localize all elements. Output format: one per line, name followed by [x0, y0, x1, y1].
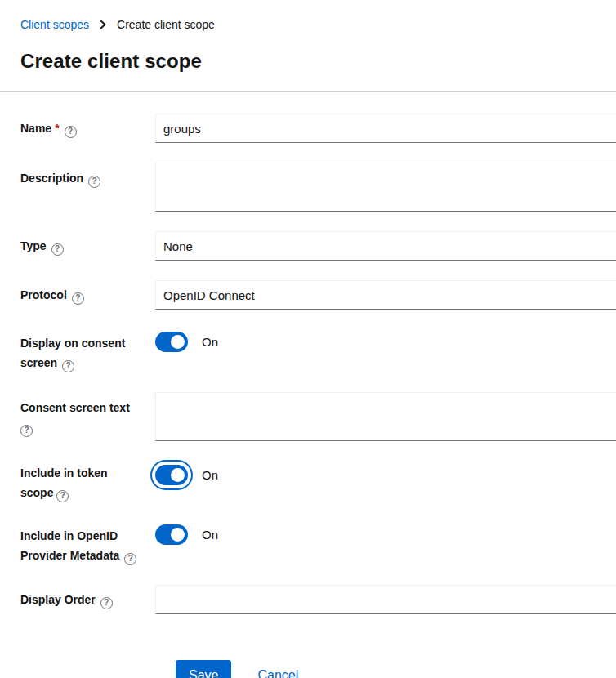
- toggle-knob: [171, 528, 185, 542]
- display-order-label-cell: Display Order?: [20, 590, 155, 609]
- protocol-label-cell: Protocol?: [20, 285, 155, 305]
- include-oidc-metadata-state: On: [202, 524, 218, 545]
- save-button[interactable]: Save: [176, 660, 231, 678]
- display-order-help-icon[interactable]: ?: [100, 597, 113, 609]
- form-group-description: Description?: [20, 163, 616, 212]
- consent-text-label: Consent screen text: [20, 401, 130, 414]
- create-client-scope-form: Name*? Description? Type? None Protocol?…: [0, 92, 616, 678]
- include-token-scope-state: On: [202, 465, 218, 485]
- description-control-cell: [155, 163, 616, 212]
- toggle-knob: [171, 335, 185, 349]
- display-order-input[interactable]: [155, 585, 616, 614]
- form-group-protocol: Protocol? OpenID Connect: [20, 280, 616, 310]
- consent-text-label-cell: Consent screen text ?: [20, 392, 143, 441]
- consent-text-control-cell: [155, 392, 616, 441]
- display-on-consent-state: On: [202, 332, 218, 352]
- type-label: Type: [20, 239, 47, 252]
- type-help-icon[interactable]: ?: [51, 243, 64, 256]
- breadcrumb-link-client-scopes[interactable]: Client scopes: [20, 17, 89, 32]
- required-indicator: *: [55, 122, 59, 135]
- form-group-display-on-consent: Display on consent screen? On: [20, 329, 616, 372]
- consent-text-textarea[interactable]: [155, 392, 616, 441]
- include-oidc-metadata-control-cell: On: [155, 522, 616, 565]
- name-control-cell: [155, 114, 616, 143]
- include-oidc-metadata-label-cell: Include in OpenID Provider Metadata?: [20, 522, 155, 565]
- include-token-scope-label-cell: Include in token scope ?: [20, 461, 151, 502]
- display-on-consent-toggle[interactable]: [155, 332, 188, 352]
- breadcrumb-current: Create client scope: [117, 17, 215, 32]
- display-order-control-cell: [155, 585, 616, 614]
- name-input[interactable]: [155, 114, 616, 143]
- consent-text-help-icon[interactable]: ?: [20, 425, 33, 437]
- form-group-include-token-scope: Include in token scope ? On: [20, 461, 616, 502]
- cancel-button[interactable]: Cancel: [257, 668, 298, 678]
- display-on-consent-help-icon[interactable]: ?: [62, 360, 74, 372]
- protocol-label: Protocol: [20, 288, 67, 301]
- name-help-icon[interactable]: ?: [65, 126, 77, 138]
- type-select[interactable]: None: [155, 231, 616, 261]
- description-help-icon[interactable]: ?: [88, 176, 100, 188]
- toggle-knob: [171, 468, 185, 482]
- protocol-select[interactable]: OpenID Connect: [155, 280, 616, 310]
- include-token-scope-help-icon[interactable]: ?: [56, 490, 69, 502]
- protocol-control-cell: OpenID Connect: [155, 280, 616, 310]
- protocol-help-icon[interactable]: ?: [72, 292, 84, 305]
- description-label-cell: Description?: [20, 163, 155, 212]
- include-oidc-metadata-help-icon[interactable]: ?: [124, 553, 136, 565]
- form-group-consent-text: Consent screen text ?: [20, 392, 616, 441]
- display-order-label: Display Order: [20, 593, 96, 606]
- name-label-cell: Name*?: [20, 118, 155, 138]
- include-oidc-metadata-toggle[interactable]: [155, 524, 188, 545]
- type-control-cell: None: [155, 231, 616, 261]
- include-oidc-metadata-label: Include in OpenID Provider Metadata: [20, 529, 119, 562]
- description-textarea[interactable]: [155, 163, 616, 212]
- form-group-name: Name*?: [20, 114, 616, 143]
- description-label: Description: [20, 172, 83, 185]
- page-title: Create client scope: [20, 49, 616, 74]
- name-label: Name: [20, 122, 51, 135]
- page-header: Client scopes Create client scope Create…: [0, 0, 616, 74]
- form-group-include-oidc-metadata: Include in OpenID Provider Metadata? On: [20, 522, 616, 565]
- type-label-cell: Type?: [20, 236, 155, 256]
- form-actions: Save Cancel: [176, 660, 616, 678]
- angle-right-icon: [99, 20, 107, 29]
- include-token-scope-toggle[interactable]: [155, 465, 188, 485]
- display-on-consent-control-cell: On: [155, 329, 616, 372]
- form-group-display-order: Display Order?: [20, 585, 616, 614]
- include-token-scope-control-cell: On: [155, 461, 616, 502]
- display-on-consent-label-cell: Display on consent screen?: [20, 329, 155, 372]
- breadcrumb: Client scopes Create client scope: [20, 17, 616, 32]
- form-group-type: Type? None: [20, 231, 616, 261]
